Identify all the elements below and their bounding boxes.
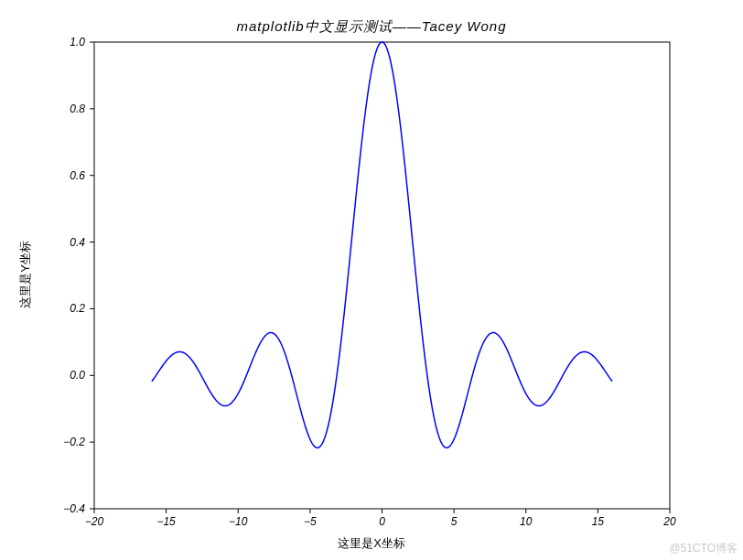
svg-text:0.2: 0.2	[70, 302, 85, 315]
svg-text:0: 0	[379, 515, 385, 528]
svg-text:5: 5	[451, 515, 458, 528]
chart-container: matplotlib中文显示测试——Tacey Wong 这里是Y坐标 这里是X…	[0, 0, 743, 560]
sinc-line	[152, 42, 612, 447]
svg-text:15: 15	[592, 515, 605, 528]
plot-frame	[94, 42, 670, 509]
svg-text:−10: −10	[229, 515, 248, 528]
svg-text:−20: −20	[85, 515, 104, 528]
svg-text:−0.4: −0.4	[63, 502, 85, 515]
svg-text:20: 20	[662, 515, 676, 528]
svg-text:0.6: 0.6	[70, 169, 85, 182]
y-ticks: −0.4−0.20.00.20.40.60.81.0	[63, 36, 94, 515]
svg-text:0.4: 0.4	[70, 236, 85, 249]
svg-text:1.0: 1.0	[70, 36, 85, 48]
watermark: @51CTO博客	[669, 541, 738, 556]
chart-svg: −20−15−10−505101520 −0.4−0.20.00.20.40.6…	[0, 0, 743, 560]
x-ticks: −20−15−10−505101520	[85, 509, 676, 528]
svg-text:0.0: 0.0	[70, 369, 85, 382]
svg-text:10: 10	[520, 515, 533, 528]
svg-text:−5: −5	[304, 515, 317, 528]
svg-text:−15: −15	[156, 515, 176, 528]
svg-text:0.8: 0.8	[70, 102, 85, 115]
svg-text:−0.2: −0.2	[63, 436, 85, 448]
